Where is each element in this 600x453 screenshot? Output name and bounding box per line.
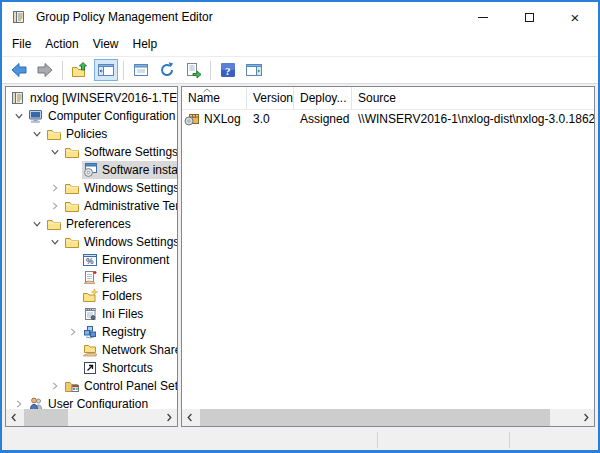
minimize-button[interactable] xyxy=(460,2,506,32)
scroll-right-arrow-icon[interactable] xyxy=(161,409,177,426)
expander-spacer xyxy=(64,287,82,305)
maximize-button[interactable] xyxy=(506,2,552,32)
selected-tree-item[interactable]: Software installation xyxy=(82,161,177,179)
chevron-right-icon[interactable] xyxy=(46,197,64,215)
tree-item-label: User Configuration xyxy=(46,397,151,409)
list-scroll-thumb[interactable] xyxy=(200,409,550,426)
list-horizontal-scrollbar[interactable] xyxy=(182,409,594,426)
folder-icon xyxy=(64,144,82,160)
close-button[interactable]: × xyxy=(552,2,598,32)
chevron-right-icon[interactable] xyxy=(64,323,82,341)
tree-scroll-track[interactable] xyxy=(22,409,161,426)
chevron-down-icon[interactable] xyxy=(46,143,64,161)
tree-item-folders[interactable]: Folders xyxy=(6,287,177,305)
tree-item-ini-files[interactable]: Ini Files xyxy=(6,305,177,323)
close-icon: × xyxy=(571,10,580,25)
files-icon xyxy=(82,270,100,286)
tree-item-network-shares[interactable]: Network Shares xyxy=(6,341,177,359)
tree-scroll-thumb[interactable] xyxy=(24,409,68,426)
user-icon xyxy=(28,396,46,409)
show-console-tree-button[interactable] xyxy=(94,59,118,81)
tree-item-user-configuration[interactable]: User Configuration xyxy=(6,395,177,409)
list-row-nxlog[interactable]: NXLog3.0Assigned\\WINSERV2016-1\nxlog-di… xyxy=(182,110,594,128)
tree-item-software-settings[interactable]: Software Settings xyxy=(6,143,177,161)
main-area: nxlog [WINSERV2016-1.TESTComputer Config… xyxy=(2,84,598,430)
properties-window-icon xyxy=(132,61,150,79)
expander-spacer xyxy=(64,161,82,179)
tree-item-label: Software installation xyxy=(100,163,177,177)
title-bar[interactable]: Group Policy Management Editor × xyxy=(2,2,598,32)
tree-item-shortcuts[interactable]: Shortcuts xyxy=(6,359,177,377)
column-header-label: Source xyxy=(358,91,396,105)
up-one-level-button[interactable] xyxy=(68,59,92,81)
column-header-label: Version xyxy=(253,91,293,105)
menu-view[interactable]: View xyxy=(86,32,126,56)
refresh-button[interactable] xyxy=(155,59,179,81)
computer-icon xyxy=(28,108,46,124)
tree-item-software-installation[interactable]: Software installation xyxy=(6,161,177,179)
chevron-right-icon[interactable] xyxy=(46,377,64,395)
scroll-right-arrow-icon[interactable] xyxy=(578,409,594,426)
tree-item-label: Shortcuts xyxy=(100,361,156,375)
tree-item-control-panel-settings[interactable]: Control Panel Settings xyxy=(6,377,177,395)
menu-file[interactable]: File xyxy=(5,32,38,56)
list-scroll-track[interactable] xyxy=(198,409,578,426)
chevron-down-icon[interactable] xyxy=(28,125,46,143)
tree-item-label: Administrative Templates xyxy=(82,199,177,213)
tree-item-windows-settings[interactable]: Windows Settings xyxy=(6,233,177,251)
tree-item-files[interactable]: Files xyxy=(6,269,177,287)
properties-button[interactable] xyxy=(129,59,153,81)
chevron-right-icon[interactable] xyxy=(10,395,28,409)
menu-action[interactable]: Action xyxy=(38,32,85,56)
list-cell-deployment: Assigned xyxy=(294,110,352,128)
action-pane-icon xyxy=(245,61,263,79)
results-pane: Name Version Deploy... Source NXLog3.0As… xyxy=(181,86,595,427)
back-arrow-icon xyxy=(10,61,28,79)
package-icon xyxy=(184,111,202,127)
svg-text:?: ? xyxy=(225,65,231,77)
tree-item-computer-configuration[interactable]: Computer Configuration xyxy=(6,107,177,125)
column-header-version[interactable]: Version xyxy=(247,87,294,109)
control-panel-folder-icon xyxy=(64,378,82,394)
tree-item-administrative-templates[interactable]: Administrative Templates xyxy=(6,197,177,215)
tree-item-nxlog-winserv2016-1-test[interactable]: nxlog [WINSERV2016-1.TEST xyxy=(6,89,177,107)
window-controls: × xyxy=(460,2,598,32)
expander-spacer xyxy=(64,359,82,377)
tree-item-preferences[interactable]: Preferences xyxy=(6,215,177,233)
list-cell-version: 3.0 xyxy=(247,110,294,128)
export-list-button[interactable] xyxy=(181,59,205,81)
list-cell-name: NXLog xyxy=(182,110,247,128)
list-body: NXLog3.0Assigned\\WINSERV2016-1\nxlog-di… xyxy=(182,110,594,409)
scroll-left-arrow-icon[interactable] xyxy=(6,409,22,426)
scroll-left-arrow-icon[interactable] xyxy=(182,409,198,426)
column-header-source[interactable]: Source xyxy=(352,87,594,109)
menu-help[interactable]: Help xyxy=(126,32,165,56)
help-button[interactable]: ? xyxy=(216,59,240,81)
chevron-down-icon[interactable] xyxy=(28,215,46,233)
tree-item-label: Preferences xyxy=(64,217,134,231)
back-button[interactable] xyxy=(7,59,31,81)
show-action-pane-button[interactable] xyxy=(242,59,266,81)
chevron-down-icon[interactable] xyxy=(10,107,28,125)
expander-spacer xyxy=(64,251,82,269)
tree-horizontal-scrollbar[interactable] xyxy=(6,409,177,426)
tree-item-windows-settings[interactable]: Windows Settings xyxy=(6,179,177,197)
forward-button[interactable] xyxy=(33,59,57,81)
tree-item-label: Environment xyxy=(100,253,172,267)
tree-item-label: Registry xyxy=(100,325,149,339)
tree-item-registry[interactable]: Registry xyxy=(6,323,177,341)
tree-item-environment[interactable]: %Environment xyxy=(6,251,177,269)
chevron-down-icon[interactable] xyxy=(46,233,64,251)
chevron-right-icon[interactable] xyxy=(46,179,64,197)
column-header-name[interactable]: Name xyxy=(182,87,247,109)
tree-item-label: Windows Settings xyxy=(82,235,177,249)
ini-files-icon xyxy=(82,306,100,322)
minimize-icon xyxy=(478,17,488,18)
tree-item-policies[interactable]: Policies xyxy=(6,125,177,143)
toolbar-separator xyxy=(62,61,63,80)
folder-icon xyxy=(46,216,64,232)
shortcut-icon xyxy=(82,360,100,376)
tree-item-label: Software Settings xyxy=(82,145,177,159)
group-policy-management-editor-window: Group Policy Management Editor × FileAct… xyxy=(0,0,600,453)
column-header-deployment[interactable]: Deploy... xyxy=(294,87,352,109)
